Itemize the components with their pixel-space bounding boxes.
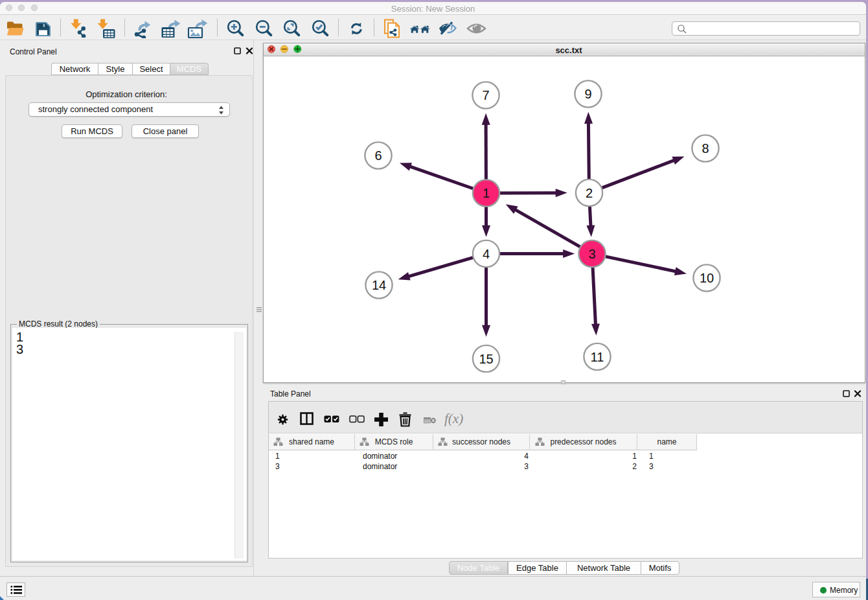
svg-text:11: 11	[591, 350, 604, 364]
svg-text:4: 4	[483, 247, 490, 261]
svg-text:8: 8	[702, 141, 709, 156]
svg-text:9: 9	[584, 87, 591, 101]
svg-text:2: 2	[586, 186, 593, 200]
svg-text:7: 7	[482, 88, 489, 102]
svg-text:1: 1	[483, 186, 490, 200]
svg-text:15: 15	[479, 352, 493, 366]
svg-text:6: 6	[374, 148, 382, 163]
svg-text:3: 3	[588, 247, 595, 261]
svg-text:14: 14	[372, 278, 386, 292]
svg-text:10: 10	[700, 271, 714, 285]
